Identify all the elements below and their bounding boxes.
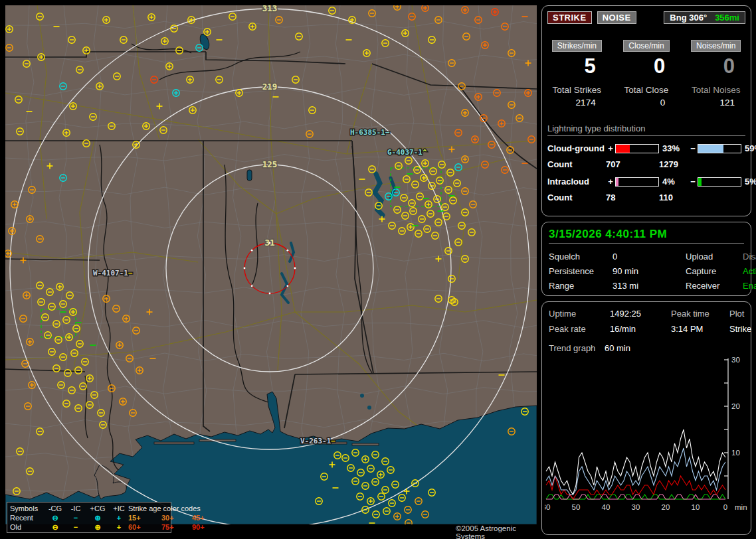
range-label: Range [549,281,613,291]
old-pos-cg-icon: ⊕ [86,522,110,532]
distribution-title: Lightning type distribution [547,123,745,136]
trend-graph-label: Trend graph [549,343,595,353]
strikes-per-min-chip: Strikes/min [552,40,602,52]
recent-pos-ic-icon: + [110,513,128,522]
intracloud-row: Intracloud + 4% − 5% [547,177,751,187]
squelch-value: 0 [613,252,686,262]
trend-window-value: 60 min [605,343,630,353]
svg-text:10: 10 [731,449,740,457]
svg-text:125: 125 [262,159,278,169]
plot-label: Plot [729,309,751,319]
svg-text:313: 313 [262,3,278,13]
persistence-value: 90 min [613,266,686,276]
svg-text:40: 40 [602,503,611,511]
svg-text:20: 20 [662,503,670,511]
intracloud-count-row: Count 78 110 [547,193,751,202]
recent-neg-ic-icon: − [66,513,86,522]
total-noises-label: Total Noises [681,85,751,95]
legend-old-row: Old ⊖ − ⊕ + 60+ 75+ 90+ [10,522,168,532]
close-per-min-value: 0 [612,54,682,78]
cloud-ground-row: Cloud-ground + 33% − 59% [547,143,751,153]
strikes-per-min-column: Strikes/min 5 Total Strikes 2174 [542,40,612,108]
noises-per-min-column: Noises/min 0 Total Noises 121 [681,40,751,108]
peak-time-label: Peak time [671,309,729,319]
recent-pos-cg-icon: ⊕ [86,513,110,522]
svg-text:V-263-1−: V-263-1− [300,437,335,445]
strikes-per-min-value: 5 [542,54,612,78]
neg-cg-bar [698,144,741,153]
squelch-label: Squelch [549,252,613,262]
uptime-value: 1492:25 [610,309,671,319]
lightning-map[interactable]: 31321912531 H-6385-1−G-4037-1^W-4107-1−V… [0,0,539,539]
upload-status: Disabled [743,252,756,262]
svg-text:0: 0 [723,503,727,511]
receiver-status-panel: 3/15/2026 4:40:11 PM Squelch 0 Upload Di… [541,222,751,296]
total-close-label: Total Close [612,85,682,95]
bearing-readout: Bng 306°356mi [664,11,745,24]
close-per-min-chip: Close/min [623,40,669,52]
svg-text:G-4037-1^: G-4037-1^ [387,148,427,157]
peak-rate-label: Peak rate [549,324,610,334]
noises-per-min-chip: Noises/min [691,40,741,52]
strike-stats-panel: STRIKE NOISE Bng 306°356mi Strikes/min 5… [541,5,751,216]
strike-button[interactable]: STRIKE [547,11,592,24]
copyright-text: ©2005 Astrogenic Systems [456,524,539,539]
uptime-label: Uptime [549,309,610,319]
total-close-value: 0 [612,98,682,108]
total-strikes-label: Total Strikes [542,85,612,95]
svg-text:30: 30 [731,356,740,364]
range-value: 313 mi [613,281,686,291]
recent-neg-cg-icon: ⊖ [45,513,66,522]
pos-cg-bar [615,144,659,153]
old-neg-cg-icon: ⊖ [45,522,66,532]
total-noises-value: 121 [681,98,751,108]
cloud-ground-count-row: Count 707 1279 [547,159,751,169]
neg-cg-percent: 59% [741,143,756,153]
close-per-min-column: Close/min 0 Total Close 0 [612,40,682,108]
svg-text:10: 10 [692,503,700,511]
pos-cg-percent: 33% [659,143,688,153]
svg-text:30: 30 [632,503,640,511]
capture-label: Capture [686,266,743,276]
capture-status: Active [743,266,756,276]
old-neg-ic-icon: − [66,522,86,532]
neg-ic-percent: 5% [741,177,756,187]
upload-label: Upload [686,252,743,262]
receiver-status: Enabled [743,281,756,291]
strike-legend: Symbols -CG -IC +CG +IC Strike age color… [7,502,171,533]
neg-ic-bar [698,177,741,187]
persistence-label: Persistence [549,266,613,276]
neg-cg-count: 1279 [659,159,741,169]
bearing-value: Bng 306° [670,13,707,23]
intracloud-label: Intracloud [547,177,606,187]
peak-time-value: 3:14 PM [671,324,729,334]
cloud-ground-label: Cloud-ground [547,143,606,153]
legend-header: Symbols [10,504,45,513]
pos-ic-bar [615,177,659,187]
plot-value: Strike [729,324,751,334]
peak-rate-value: 16/min [610,324,671,334]
lightning-map-svg[interactable]: 31321912531 H-6385-1−G-4037-1^W-4107-1−V… [0,0,539,539]
legend-header-row: Symbols -CG -IC +CG +IC Strike age color… [10,504,168,513]
svg-text:min: min [735,503,747,511]
old-pos-ic-icon: + [110,522,128,532]
noise-button[interactable]: NOISE [597,11,636,24]
datetime-display: 3/15/2026 4:40:11 PM [549,228,744,244]
session-trend-panel: Uptime 1492:25 Peak time Plot Peak rate … [541,301,751,535]
svg-text:W-4107-1−: W-4107-1− [93,269,133,277]
pos-ic-percent: 4% [659,177,688,187]
svg-text:20: 20 [731,402,740,410]
svg-text:50: 50 [572,503,581,511]
pos-ic-count: 78 [606,193,659,202]
svg-text:60: 60 [545,503,550,511]
noises-per-min-value: 0 [681,54,751,78]
legend-recent-row: Recent ⊖ − ⊕ + 15+ 30+ 45+ [10,513,168,522]
bearing-range-value: 356mi [715,13,739,23]
total-strikes-value: 2174 [542,98,612,108]
svg-text:H-6385-1−: H-6385-1− [350,128,390,137]
trend-graph: 1020306050403020100min [545,354,748,520]
neg-ic-count: 110 [659,193,741,202]
svg-text:219: 219 [262,82,278,92]
receiver-label: Receiver [686,281,743,291]
pos-cg-count: 707 [606,159,659,169]
